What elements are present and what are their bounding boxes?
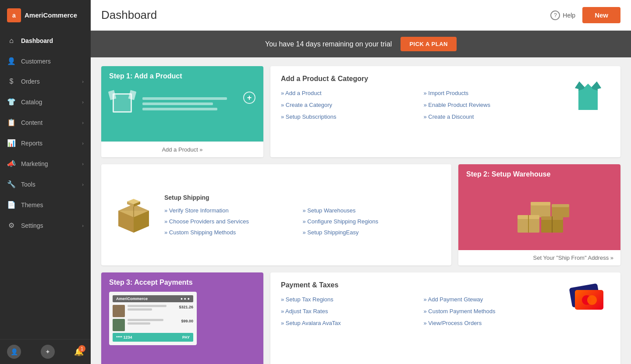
payment-links: » Setup Tax Regions » Adjust Tax Rates »…: [281, 296, 566, 326]
sidebar-item-catalog[interactable]: 👕 Catalog ›: [0, 92, 91, 112]
add-payment-gateway-link[interactable]: » Add Payment Gteway: [424, 296, 567, 303]
custom-payment-methods-link[interactable]: » Custom Payment Methods: [424, 308, 567, 315]
step1-header: Step 1: Add a Product: [101, 66, 263, 141]
shipping-section-title: Setup Shipping: [164, 194, 441, 201]
new-button[interactable]: New: [582, 7, 620, 23]
product-info-card: Add a Product & Category » Add a Product…: [270, 66, 620, 157]
setup-tax-regions-link[interactable]: » Setup Tax Regions: [281, 296, 424, 303]
sidebar-item-label: Content: [21, 119, 43, 126]
shipping-icon-area: [112, 195, 156, 235]
configure-shipping-link[interactable]: » Configure Shipping Regions: [303, 218, 441, 225]
logo[interactable]: a AmeriCommerce: [0, 0, 91, 31]
notification-bell[interactable]: 🔔 1: [74, 347, 84, 357]
custom-shipping-link[interactable]: » Custom Shipping Methods: [164, 229, 303, 236]
dashboard-content: Step 1: Add a Product: [91, 57, 631, 364]
adjust-tax-rates-link[interactable]: » Adjust Tax Rates: [281, 308, 424, 315]
tools-icon: 🔧: [7, 180, 16, 188]
sidebar: a AmeriCommerce ⌂ Dashboard 👤 Customers …: [0, 0, 91, 364]
settings-chevron-icon: ›: [82, 223, 84, 228]
pick-plan-button[interactable]: PICK A PLAN: [401, 37, 457, 51]
shipping-easy-link[interactable]: » Setup ShippingEasy: [303, 229, 441, 236]
setup-warehouses-link[interactable]: » Setup Warehouses: [303, 207, 441, 214]
warehouse-footer[interactable]: Set Your "Ship From" Address »: [458, 250, 620, 265]
product-section-title: Add a Product & Category: [281, 75, 566, 83]
payment-links-col1: » Setup Tax Regions » Adjust Tax Rates »…: [281, 296, 424, 326]
payment-info-card: Payment & Taxes » Setup Tax Regions » Ad…: [270, 272, 620, 364]
tools-chevron-icon: ›: [82, 182, 84, 187]
sidebar-item-orders[interactable]: $ Orders ›: [0, 71, 91, 92]
sidebar-item-themes[interactable]: 📄 Themes: [0, 194, 91, 215]
warehouse-illustration: [504, 193, 574, 241]
row-payments: Step 3: Accept Payments AmeriCommerce● ●…: [101, 272, 620, 364]
settings-icon: ⚙: [7, 221, 16, 230]
sidebar-item-label: Orders: [21, 78, 40, 85]
catalog-icon: 👕: [7, 98, 16, 106]
topbar-right: ? Help New: [550, 7, 620, 23]
orders-icon: $: [7, 78, 16, 85]
step1-title: Step 1: Add a Product: [109, 72, 255, 80]
step3-title: Step 3: Accept Payments: [109, 279, 255, 286]
shipping-col2: » Setup Warehouses » Configure Shipping …: [303, 207, 441, 236]
box-illustration: [114, 195, 153, 235]
reports-chevron-icon: ›: [82, 141, 84, 146]
content-chevron-icon: ›: [82, 120, 84, 125]
step1-footer[interactable]: Add a Product »: [101, 141, 263, 157]
sidebar-item-settings[interactable]: ⚙ Settings ›: [0, 215, 91, 236]
sidebar-item-dashboard[interactable]: ⌂ Dashboard: [0, 31, 91, 51]
catalog-chevron-icon: ›: [82, 99, 84, 105]
view-process-orders-link[interactable]: » View/Process Orders: [424, 320, 567, 326]
shirt-illustration: [571, 79, 606, 114]
user-avatar[interactable]: 👤: [7, 345, 21, 359]
sidebar-item-customers[interactable]: 👤 Customers: [0, 51, 91, 71]
payment-links-col2: » Add Payment Gteway » Custom Payment Me…: [424, 296, 567, 326]
sidebar-item-label: Marketing: [21, 160, 48, 167]
setup-subscriptions-link[interactable]: » Setup Subscriptions: [281, 113, 424, 120]
page-title: Dashboard: [101, 8, 157, 22]
step3-header: Step 3: Accept Payments AmeriCommerce● ●…: [101, 272, 263, 364]
marketing-chevron-icon: ›: [82, 161, 84, 166]
product-links-col2: » Import Products » Enable Product Revie…: [424, 90, 567, 120]
warehouse-image: [458, 184, 620, 250]
setup-avatax-link[interactable]: » Setup Avalara AvaTax: [281, 320, 424, 326]
sidebar-item-tools[interactable]: 🔧 Tools ›: [0, 174, 91, 194]
sidebar-item-label: Dashboard: [21, 37, 53, 44]
help-circle-icon: ?: [550, 11, 560, 20]
sidebar-item-label: Customers: [21, 58, 51, 65]
create-category-link[interactable]: » Create a Category: [281, 102, 424, 108]
add-product-link[interactable]: » Add a Product: [281, 90, 424, 96]
create-discount-link[interactable]: » Create a Discount: [424, 113, 567, 120]
dashboard-icon: ⌂: [7, 37, 16, 45]
verify-store-link[interactable]: » Verify Store Information: [164, 207, 303, 214]
logo-icon: a: [7, 8, 21, 22]
sidebar-bottom: 👤 ✦ 🔔 1: [0, 339, 91, 364]
warehouse-card[interactable]: Step 2: Setup Warehouse: [458, 164, 620, 265]
reports-icon: 📊: [7, 139, 16, 147]
step3-card[interactable]: Step 3: Accept Payments AmeriCommerce● ●…: [101, 272, 263, 364]
customers-icon: 👤: [7, 57, 16, 65]
product-links-col1: » Add a Product » Create a Category » Se…: [281, 90, 424, 120]
product-links: » Add a Product » Create a Category » Se…: [281, 90, 566, 120]
sidebar-item-reports[interactable]: 📊 Reports ›: [0, 133, 91, 153]
orders-chevron-icon: ›: [82, 79, 84, 84]
sparkle-icon[interactable]: ✦: [41, 345, 55, 359]
import-products-link[interactable]: » Import Products: [424, 90, 567, 96]
content-icon: 📋: [7, 118, 16, 127]
shipping-info: Setup Shipping » Verify Store Informatio…: [164, 194, 441, 236]
svg-rect-15: [552, 204, 569, 207]
sidebar-item-label: Catalog: [21, 99, 42, 106]
trial-banner: You have 14 days remaining on your trial…: [91, 31, 631, 57]
sidebar-item-label: Tools: [21, 181, 35, 188]
sidebar-item-label: Settings: [21, 222, 43, 229]
step1-card[interactable]: Step 1: Add a Product: [101, 66, 263, 157]
help-label: Help: [563, 12, 575, 19]
payment-section-title: Payment & Taxes: [281, 281, 566, 289]
choose-providers-link[interactable]: » Choose Providers and Services: [164, 218, 303, 225]
sidebar-item-marketing[interactable]: 📣 Marketing ›: [0, 153, 91, 174]
enable-reviews-link[interactable]: » Enable Product Reviews: [424, 102, 567, 108]
topbar: Dashboard ? Help New: [91, 0, 631, 31]
help-button[interactable]: ? Help: [550, 11, 575, 20]
row-step1: Step 1: Add a Product: [101, 66, 620, 157]
sidebar-item-content[interactable]: 📋 Content ›: [0, 112, 91, 133]
sidebar-item-label: Reports: [21, 140, 43, 147]
marketing-icon: 📣: [7, 159, 16, 168]
